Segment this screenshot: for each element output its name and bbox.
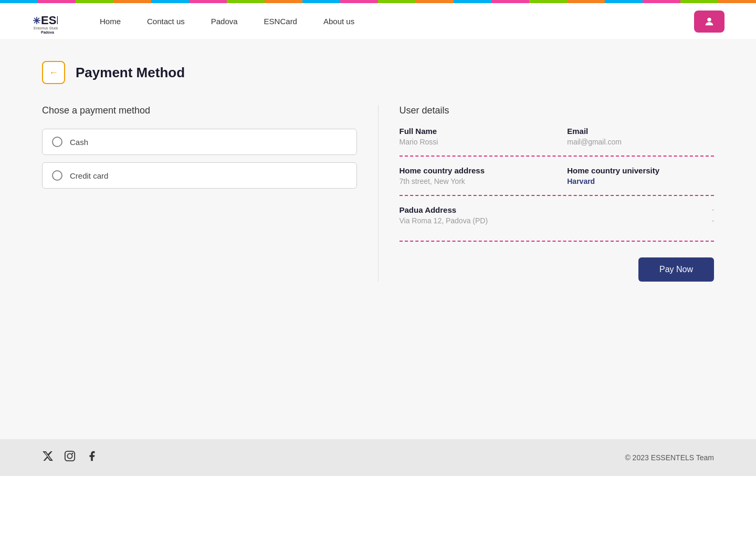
svg-point-7 (72, 453, 74, 454)
navbar: ✳ ESN Erasmus Student Network Padova Hom… (0, 3, 756, 40)
email-value: mail@gmail.com (567, 138, 714, 146)
email-label: Email (567, 127, 714, 136)
logo[interactable]: ✳ ESN Erasmus Student Network Padova (32, 8, 58, 35)
full-name-value: Mario Rossi (400, 138, 547, 146)
svg-point-4 (707, 17, 711, 21)
divider-3 (400, 241, 715, 242)
user-icon (704, 16, 715, 27)
user-details-title: User details (400, 105, 715, 116)
padova-address-row: Padua Address - (400, 205, 715, 216)
back-button[interactable]: ← (42, 61, 65, 84)
cash-label: Cash (70, 138, 88, 147)
payment-method-section: Chose a payment method Cash Credit card (42, 105, 379, 282)
credit-card-label: Credit card (70, 171, 108, 180)
user-details-section: User details Full Name Mario Rossi Email… (379, 105, 715, 282)
padova-address-label: Padua Address (400, 205, 457, 214)
padova-dot-1: - (712, 205, 714, 213)
home-address-label: Home country address (400, 166, 547, 175)
user-profile-button[interactable] (694, 11, 724, 33)
padova-address-value-row: Via Roma 12, Padova (PD) - (400, 216, 715, 225)
svg-rect-5 (65, 451, 75, 461)
padova-address-section: Padua Address - Via Roma 12, Padova (PD)… (400, 205, 715, 225)
payment-section-title: Chose a payment method (42, 105, 357, 116)
nav-padova[interactable]: Padova (211, 17, 238, 26)
email-field: Email mail@gmail.com (567, 127, 714, 146)
esn-logo-icon: ✳ ESN Erasmus Student Network Padova (32, 8, 58, 35)
svg-text:Erasmus Student Network: Erasmus Student Network (34, 26, 58, 30)
copyright-text: © 2023 ESSENTELS Team (625, 453, 714, 462)
twitter-icon[interactable] (42, 450, 54, 465)
credit-card-radio[interactable] (52, 170, 62, 181)
divider-2 (400, 195, 715, 196)
home-address-value: 7th street, New York (400, 177, 547, 185)
home-address-field: Home country address 7th street, New Yor… (400, 166, 547, 185)
page-title: Payment Method (76, 65, 185, 81)
instagram-icon[interactable] (64, 450, 76, 465)
facebook-icon[interactable] (86, 450, 98, 465)
cash-radio[interactable] (52, 137, 62, 147)
home-university-field: Home country university Harvard (567, 166, 714, 185)
footer: © 2023 ESSENTELS Team (0, 439, 756, 476)
svg-point-6 (67, 453, 72, 458)
page-header: ← Payment Method (42, 61, 714, 84)
pay-now-button[interactable]: Pay Now (638, 257, 714, 282)
home-university-label: Home country university (567, 166, 714, 175)
svg-text:Padova: Padova (41, 30, 54, 34)
home-university-value: Harvard (567, 177, 714, 185)
two-column-layout: Chose a payment method Cash Credit card … (42, 105, 714, 282)
social-icons (42, 450, 98, 465)
padova-address-value: Via Roma 12, Padova (PD) (400, 216, 488, 225)
nav-home[interactable]: Home (100, 17, 121, 26)
divider-1 (400, 156, 715, 157)
name-email-row: Full Name Mario Rossi Email mail@gmail.c… (400, 127, 715, 146)
full-name-label: Full Name (400, 127, 547, 136)
nav-contact[interactable]: Contact us (147, 17, 185, 26)
back-arrow-icon: ← (49, 67, 58, 78)
svg-text:✳: ✳ (33, 16, 40, 26)
full-name-field: Full Name Mario Rossi (400, 127, 547, 146)
main-content: ← Payment Method Chose a payment method … (0, 40, 756, 439)
nav-links: Home Contact us Padova ESNCard About us (100, 17, 694, 26)
svg-text:ESN: ESN (41, 14, 58, 27)
payment-option-credit-card[interactable]: Credit card (42, 162, 357, 189)
padova-dot-2: - (712, 216, 714, 224)
address-university-row: Home country address 7th street, New Yor… (400, 166, 715, 185)
payment-option-cash[interactable]: Cash (42, 129, 357, 155)
nav-esncard[interactable]: ESNCard (264, 17, 297, 26)
nav-about[interactable]: About us (323, 17, 354, 26)
